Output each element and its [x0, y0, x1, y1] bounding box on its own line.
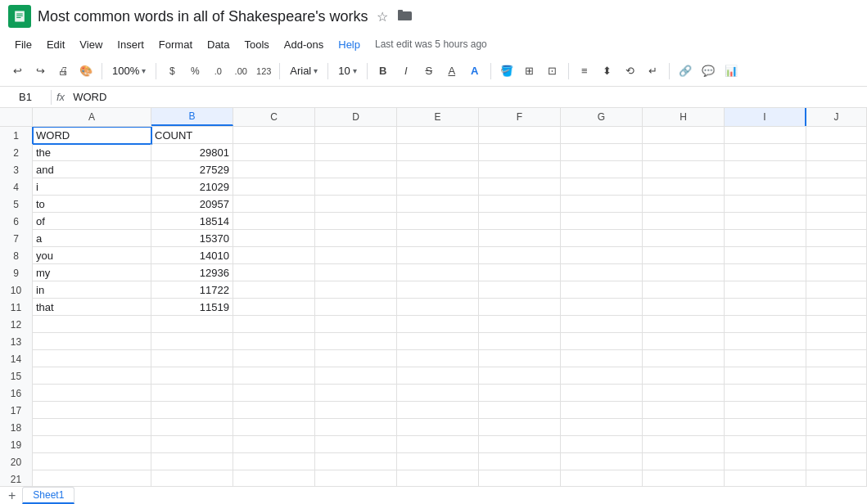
- cell-empty[interactable]: [561, 299, 643, 316]
- cell-empty[interactable]: [725, 333, 806, 350]
- cell-empty[interactable]: [725, 350, 806, 367]
- cell-empty[interactable]: [725, 213, 806, 230]
- cell-empty[interactable]: [233, 281, 315, 299]
- cell-empty[interactable]: [725, 230, 806, 247]
- row-number[interactable]: 6: [0, 213, 33, 230]
- cell-empty[interactable]: [233, 247, 315, 264]
- cell-empty[interactable]: [561, 196, 643, 213]
- cell-empty[interactable]: [479, 161, 561, 178]
- menu-view[interactable]: View: [73, 36, 109, 53]
- cell-empty[interactable]: [397, 436, 479, 453]
- cell-empty[interactable]: [233, 333, 315, 350]
- cell-empty[interactable]: [643, 196, 725, 213]
- cell-empty[interactable]: [806, 316, 867, 333]
- cell-empty[interactable]: [479, 178, 561, 196]
- cell-empty[interactable]: [397, 419, 479, 436]
- grid-body[interactable]: 1WORDCOUNT2the298013and275294i210295to20…: [0, 127, 867, 486]
- cell-empty[interactable]: [725, 281, 806, 299]
- cell-empty[interactable]: [806, 402, 867, 419]
- currency-button[interactable]: $: [161, 61, 183, 82]
- row-number[interactable]: 18: [0, 419, 33, 436]
- cell-empty[interactable]: [397, 453, 479, 470]
- bold-button[interactable]: B: [373, 61, 394, 82]
- cell-empty[interactable]: [315, 419, 397, 436]
- italic-button[interactable]: I: [395, 61, 417, 82]
- cell-empty[interactable]: [479, 316, 561, 333]
- cell-empty[interactable]: [397, 161, 479, 178]
- cell-empty[interactable]: [725, 316, 806, 333]
- redo-button[interactable]: ↪: [29, 61, 51, 82]
- cell-empty[interactable]: [397, 178, 479, 196]
- cell-empty[interactable]: [397, 470, 479, 486]
- cell-empty[interactable]: [643, 264, 725, 281]
- folder-icon[interactable]: [398, 9, 413, 24]
- cell-b5[interactable]: 20957: [151, 196, 233, 213]
- cell-empty[interactable]: [806, 385, 867, 402]
- cell-a6[interactable]: of: [33, 213, 151, 230]
- cell-b20[interactable]: [151, 453, 233, 470]
- cell-empty[interactable]: [479, 264, 561, 281]
- cell-empty[interactable]: [561, 436, 643, 453]
- cell-empty[interactable]: [725, 247, 806, 264]
- cell-empty[interactable]: [806, 470, 867, 486]
- cell-empty[interactable]: [806, 419, 867, 436]
- cell-empty[interactable]: [315, 161, 397, 178]
- underline-button[interactable]: A: [441, 61, 463, 82]
- cell-empty[interactable]: [397, 230, 479, 247]
- cell-a17[interactable]: [33, 402, 151, 419]
- cell-empty[interactable]: [233, 367, 315, 385]
- cell-empty[interactable]: [315, 470, 397, 486]
- cell-empty[interactable]: [479, 350, 561, 367]
- cell-reference[interactable]: [5, 91, 46, 103]
- menu-edit[interactable]: Edit: [40, 36, 71, 53]
- undo-button[interactable]: ↩: [7, 61, 28, 82]
- cell-empty[interactable]: [397, 333, 479, 350]
- cell-empty[interactable]: [725, 419, 806, 436]
- cell-a3[interactable]: and: [33, 161, 151, 178]
- sheet-tab[interactable]: Sheet1: [22, 487, 75, 504]
- cell-empty[interactable]: [561, 178, 643, 196]
- cell-empty[interactable]: [806, 178, 867, 196]
- cell-empty[interactable]: [233, 453, 315, 470]
- row-number[interactable]: 16: [0, 385, 33, 402]
- cell-empty[interactable]: [479, 470, 561, 486]
- cell-empty[interactable]: [233, 213, 315, 230]
- cell-empty[interactable]: [806, 196, 867, 213]
- col-header-a[interactable]: A: [33, 108, 151, 126]
- cell-empty[interactable]: [643, 402, 725, 419]
- cell-empty[interactable]: [233, 470, 315, 486]
- cell-b16[interactable]: [151, 385, 233, 402]
- cell-empty[interactable]: [561, 264, 643, 281]
- font-color-button[interactable]: A: [464, 61, 485, 82]
- cell-empty[interactable]: [643, 230, 725, 247]
- cell-empty[interactable]: [806, 127, 867, 144]
- cell-b1[interactable]: COUNT: [151, 127, 233, 144]
- cell-empty[interactable]: [233, 196, 315, 213]
- cell-empty[interactable]: [725, 385, 806, 402]
- cell-a15[interactable]: [33, 367, 151, 385]
- link-button[interactable]: 🔗: [675, 61, 696, 82]
- cell-empty[interactable]: [806, 281, 867, 299]
- cell-empty[interactable]: [725, 264, 806, 281]
- menu-addons[interactable]: Add-ons: [278, 36, 330, 53]
- col-header-f[interactable]: F: [479, 108, 561, 126]
- cell-empty[interactable]: [315, 299, 397, 316]
- row-number[interactable]: 20: [0, 453, 33, 470]
- cell-empty[interactable]: [479, 453, 561, 470]
- cell-empty[interactable]: [315, 333, 397, 350]
- cell-empty[interactable]: [315, 247, 397, 264]
- cell-empty[interactable]: [233, 350, 315, 367]
- cell-empty[interactable]: [233, 230, 315, 247]
- cell-empty[interactable]: [397, 402, 479, 419]
- cell-a9[interactable]: my: [33, 264, 151, 281]
- cell-empty[interactable]: [643, 247, 725, 264]
- cell-a20[interactable]: [33, 453, 151, 470]
- cell-empty[interactable]: [397, 281, 479, 299]
- row-number[interactable]: 5: [0, 196, 33, 213]
- cell-empty[interactable]: [806, 299, 867, 316]
- cell-b12[interactable]: [151, 316, 233, 333]
- paint-format-button[interactable]: 🎨: [75, 61, 97, 82]
- col-header-e[interactable]: E: [397, 108, 479, 126]
- cell-empty[interactable]: [725, 367, 806, 385]
- cell-b8[interactable]: 14010: [151, 247, 233, 264]
